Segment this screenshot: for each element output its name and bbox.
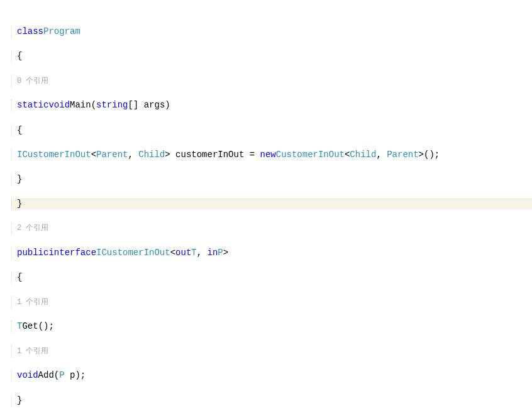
line-end: p); [65,370,86,382]
reference-count[interactable]: 2 个引用 [17,223,48,234]
type-p: P [59,370,64,382]
type-parent: Parent [387,149,418,162]
reference-count[interactable]: 0 个引用 [17,76,48,87]
type-p: P [218,247,223,260]
code-line: { [11,124,532,137]
code-line: 1 个引用 [11,345,532,358]
type-icustomer: ICustomerInOut [17,149,91,162]
code-line-highlighted: } [11,198,532,211]
code-line: { [11,271,532,284]
params: [] args) [128,99,170,112]
type-customer: CustomerInOut [276,149,345,162]
keyword-public: public [17,247,48,260]
keyword-out: out [175,247,191,260]
code-line: ICustomerInOut<Parent, Child> customerIn… [11,149,532,162]
keyword-class: class [17,26,43,38]
code-line: } [11,395,532,407]
code-line: static void Main(string[] args) [11,99,532,112]
line-end: (); [38,321,54,333]
code-line: 0 个引用 [11,75,532,87]
line-end: >(); [419,149,440,162]
method-add: Add [38,370,54,382]
code-line: public interface ICustomerInOut<out T, i… [11,247,532,260]
brace: { [17,271,22,284]
code-line: class Program [11,26,532,38]
reference-count[interactable]: 1 个引用 [17,297,48,308]
code-line: T Get(); [11,321,532,333]
keyword-interface: interface [48,247,96,260]
reference-count[interactable]: 1 个引用 [17,346,48,357]
type-program: Program [43,26,80,38]
method-get: Get [22,321,38,333]
brace: } [17,395,22,407]
keyword-static: static [17,99,48,112]
keyword-void: void [48,99,70,112]
code-line: } [11,173,532,186]
method-main: Main [70,99,91,112]
type-parent: Parent [96,149,128,162]
brace: } [17,198,22,211]
type-child: Child [138,149,165,162]
keyword-void: void [17,370,38,382]
code-editor[interactable]: class Program { 0 个引用 static void Main(s… [0,0,532,411]
code-line: 1 个引用 [11,296,532,309]
var-decl: > customerInOut = [165,149,260,162]
code-line: void Add(P p); [11,370,532,383]
keyword-string: string [96,99,128,112]
type-child: Child [350,149,376,162]
type-t: T [191,247,196,260]
brace: { [17,124,22,137]
brace: { [17,50,22,63]
brace: } [17,173,22,186]
code-line: { [11,50,532,63]
keyword-new: new [260,149,276,162]
code-line: 2 个引用 [11,222,532,235]
keyword-in: in [208,247,218,260]
type-t: T [17,321,22,333]
type-name: ICustomerInOut [96,247,170,260]
